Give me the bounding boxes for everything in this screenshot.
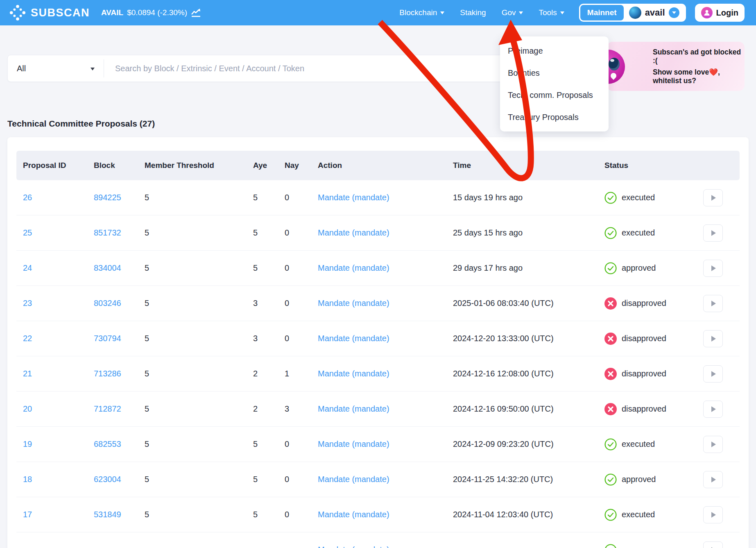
x-circle-icon <box>604 368 617 380</box>
price-chart-icon[interactable] <box>191 8 201 17</box>
network-selector[interactable]: avail <box>624 7 685 19</box>
column-header: Nay <box>285 161 318 170</box>
table-row: 17 531849 5 5 0 Mandate (mandate) 2024-1… <box>16 497 740 532</box>
block-link[interactable]: 851732 <box>94 228 121 237</box>
table-row: 25 851732 5 5 0 Mandate (mandate) 25 day… <box>16 215 740 251</box>
subscan-logo[interactable]: SUBSCAN <box>9 4 90 21</box>
block-link[interactable]: 712872 <box>94 404 121 413</box>
column-header: Aye <box>253 161 285 170</box>
member-threshold-value: 5 <box>145 263 253 273</box>
table-row: 23 803246 5 3 0 Mandate (mandate) 2025-0… <box>16 286 740 321</box>
status-label: disapproved <box>622 404 666 414</box>
nav-link[interactable]: Tools <box>539 8 564 17</box>
proposal-id-link[interactable]: 19 <box>23 439 32 448</box>
proposal-id-link[interactable]: 26 <box>23 193 32 202</box>
token-price: $0.0894 (-2.30%) <box>127 8 187 17</box>
block-link[interactable]: 803246 <box>94 299 121 308</box>
row-expand-button[interactable] <box>703 541 723 548</box>
nav-link[interactable]: Gov <box>502 8 523 17</box>
menu-item[interactable]: Treasury Proposals <box>500 106 609 128</box>
aye-value: 5 <box>253 263 285 273</box>
row-expand-button[interactable] <box>703 330 723 347</box>
login-button[interactable]: Login <box>695 4 745 22</box>
row-expand-button[interactable] <box>703 295 723 312</box>
network-switcher: Mainnet avail <box>579 4 686 22</box>
nav-link[interactable]: Staking <box>460 8 486 17</box>
status-badge: executed <box>604 438 703 451</box>
nay-value: 0 <box>285 475 318 484</box>
status-badge: disapproved <box>604 403 703 415</box>
crying-eye-icon <box>607 50 625 84</box>
nay-value: 0 <box>285 228 318 238</box>
block-link[interactable]: 623004 <box>94 475 121 484</box>
proposal-id-link[interactable]: 21 <box>23 369 32 378</box>
proposal-id-link[interactable]: 25 <box>23 228 32 237</box>
aye-value: 5 <box>253 439 285 449</box>
action-link[interactable]: Mandate (mandate) <box>318 475 389 484</box>
action-link[interactable]: Mandate (mandate) <box>318 299 389 308</box>
nay-value: 0 <box>285 263 318 273</box>
row-expand-button[interactable] <box>703 365 723 383</box>
row-expand-button[interactable] <box>703 471 723 488</box>
check-circle-icon <box>604 262 617 274</box>
action-link[interactable]: Mandate (mandate) <box>318 228 389 237</box>
time-value: 2024-12-16 09:50:00 (UTC) <box>453 404 604 414</box>
action-link[interactable]: Mandate (mandate) <box>318 263 389 272</box>
status-badge: disapproved <box>604 333 703 345</box>
time-value: 2024-12-16 12:08:00 (UTC) <box>453 369 604 378</box>
play-icon <box>711 371 716 377</box>
mainnet-button[interactable]: Mainnet <box>580 5 624 20</box>
nav-link-label: Staking <box>460 8 486 17</box>
block-link[interactable]: 894225 <box>94 193 121 202</box>
status-badge: executed <box>604 227 703 239</box>
action-link[interactable]: Mandate (mandate) <box>318 334 389 343</box>
action-link[interactable]: Mandate (mandate) <box>318 545 389 548</box>
play-icon <box>711 512 716 518</box>
row-expand-button[interactable] <box>703 401 723 418</box>
row-expand-button[interactable] <box>703 189 723 206</box>
action-link[interactable]: Mandate (mandate) <box>318 404 389 413</box>
menu-item[interactable]: Tech. comm. Proposals <box>500 84 609 106</box>
main-nav: Blockchain Staking Gov Tools <box>399 8 564 17</box>
block-link[interactable]: 682553 <box>94 439 121 448</box>
subscan-page: SUBSCAN AVAIL $0.0894 (-2.30%) Blockchai… <box>0 0 756 548</box>
status-label: disapproved <box>622 369 666 378</box>
table-row: 24 834004 5 5 0 Mandate (mandate) 29 day… <box>16 251 740 286</box>
proposal-id-link[interactable]: 22 <box>23 334 32 343</box>
row-expand-button[interactable] <box>703 260 723 277</box>
row-expand-button[interactable] <box>703 436 723 453</box>
user-avatar-icon <box>701 7 713 18</box>
proposal-id-link[interactable]: 18 <box>23 475 32 484</box>
menu-item[interactable]: Preimage <box>500 40 609 62</box>
member-threshold-value: 5 <box>145 439 253 449</box>
row-expand-button[interactable] <box>703 506 723 523</box>
action-link[interactable]: Mandate (mandate) <box>318 510 389 519</box>
action-link[interactable]: Mandate (mandate) <box>318 369 389 378</box>
status-badge: disapproved <box>604 368 703 380</box>
aye-value: 3 <box>253 299 285 308</box>
proposal-id-link[interactable]: 23 <box>23 299 32 308</box>
nav-link[interactable]: Blockchain <box>399 8 444 17</box>
check-circle-icon <box>604 438 617 451</box>
action-link[interactable]: Mandate (mandate) <box>318 193 389 202</box>
status-label: approved <box>622 263 656 273</box>
block-link[interactable]: 531849 <box>94 510 121 519</box>
row-expand-button[interactable] <box>703 224 723 242</box>
block-link[interactable]: 713286 <box>94 369 121 378</box>
menu-item[interactable]: Bounties <box>500 62 609 84</box>
block-link[interactable]: 834004 <box>94 263 121 272</box>
search-filter-dropdown[interactable]: All <box>8 64 104 73</box>
gov-dropdown-menu: Preimage Bounties Tech. comm. Proposals … <box>500 36 609 131</box>
proposal-id-link[interactable]: 24 <box>23 263 32 272</box>
block-link[interactable]: 730794 <box>94 334 121 343</box>
action-link[interactable]: Mandate (mandate) <box>318 439 389 448</box>
subscan-logo-icon <box>9 4 26 21</box>
nay-value: 0 <box>285 510 318 519</box>
status-label: executed <box>622 510 655 519</box>
proposals-card: Proposal ID Block Member Threshold Aye N… <box>7 137 749 548</box>
proposal-id-link[interactable]: 17 <box>23 510 32 519</box>
time-value: 2024-12-09 09:23:20 (UTC) <box>453 439 604 449</box>
play-icon <box>711 336 716 342</box>
member-threshold-value: 5 <box>145 299 253 308</box>
proposal-id-link[interactable]: 20 <box>23 404 32 413</box>
